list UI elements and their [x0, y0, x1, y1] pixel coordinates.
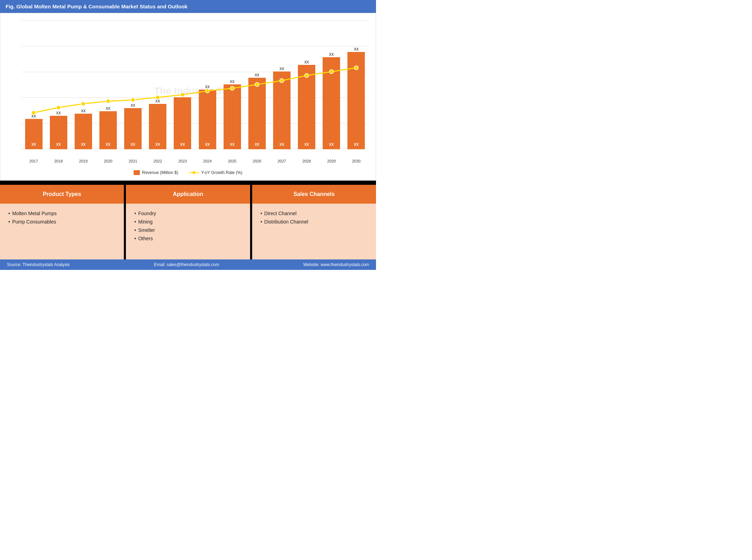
bar-group: XXXX [220, 20, 245, 149]
bottom-card-header: Sales Channels [252, 185, 376, 204]
footer-email: Email: sales@theindustrystats.com [154, 262, 219, 267]
bar: XX [224, 84, 241, 149]
bar-group: XXXX [21, 20, 46, 149]
bar-top-label: XX [81, 109, 85, 113]
bottom-card-header: Application [126, 185, 250, 204]
bar-mid-label: XX [156, 143, 160, 146]
bar-group: XXXX [145, 20, 170, 149]
bar-mid-label: XX [279, 143, 284, 146]
card-divider [251, 185, 251, 259]
bar: XX [75, 114, 92, 149]
bar-mid-label: XX [106, 143, 110, 146]
bar-mid-label: XX [255, 143, 259, 146]
bar: XX [99, 111, 117, 149]
bar-mid-label: XX [230, 143, 234, 146]
list-item: Direct Channel [261, 211, 368, 216]
card-divider [125, 185, 125, 259]
bar-top-label: XX [180, 93, 185, 97]
list-item: Others [134, 236, 241, 241]
bar-top-label: XX [106, 107, 110, 111]
footer: Source: Theindustrystats Analysis Email:… [0, 259, 376, 270]
x-axis-label: 2026 [245, 159, 269, 163]
footer-source: Source: Theindustrystats Analysis [7, 262, 70, 267]
bar-group: XXXX [71, 20, 96, 149]
bar: XX [298, 65, 315, 149]
x-axis-label: 2021 [121, 159, 145, 163]
x-axis-label: 2025 [220, 159, 245, 163]
bar-top-label: XX [279, 67, 284, 71]
bar-group: XXXX [294, 20, 319, 149]
x-axis-label: 2017 [21, 159, 46, 163]
x-axis: 2017201820192020202120222023202420252026… [21, 159, 369, 163]
bar-group: XXXX [96, 20, 120, 149]
list-item: Distribution Channel [261, 219, 368, 225]
bar: XX [25, 119, 43, 149]
bar: XX [273, 71, 291, 149]
legend-bar-icon [134, 170, 140, 175]
chart-area: The Industry Stats m a r k e t r e s e a… [7, 20, 369, 167]
x-axis-label: 2019 [71, 159, 96, 163]
bar-mid-label: XX [180, 143, 185, 146]
bottom-card: Product TypesMolten Metal PumpsPump Cons… [0, 185, 124, 259]
bar-group: XXXX [195, 20, 220, 149]
legend-item-revenue: Revenue (Million $) [134, 170, 178, 175]
bottom-section: Product TypesMolten Metal PumpsPump Cons… [0, 185, 376, 259]
bar-group: XXXX [245, 20, 269, 149]
legend-growth-label: Y-oY Growth Rate (%) [201, 170, 242, 175]
bar-top-label: XX [255, 73, 259, 77]
bar-group: XXXX [269, 20, 294, 149]
bar: XX [149, 104, 166, 149]
x-axis-label: 2029 [319, 159, 344, 163]
bar-top-label: XX [329, 53, 334, 56]
list-item: Foundry [134, 211, 241, 216]
black-divider [0, 181, 376, 185]
list-item: Smelter [134, 227, 241, 233]
x-axis-label: 2024 [195, 159, 220, 163]
bar-mid-label: XX [354, 143, 359, 146]
bar-top-label: XX [205, 85, 210, 89]
bar: XX [323, 57, 340, 149]
bottom-card-body: Direct ChannelDistribution Channel [252, 204, 376, 259]
x-axis-label: 2030 [344, 159, 369, 163]
x-axis-label: 2020 [96, 159, 120, 163]
legend: Revenue (Million $) Y-oY Growth Rate (%) [7, 167, 369, 177]
x-axis-label: 2022 [145, 159, 170, 163]
x-axis-label: 2028 [294, 159, 319, 163]
bottom-card: Sales ChannelsDirect ChannelDistribution… [252, 185, 376, 259]
bar: XX [50, 116, 67, 149]
bar-mid-label: XX [205, 143, 210, 146]
list-item: Mining [134, 219, 241, 225]
list-item: Pump Consumables [8, 219, 115, 225]
bar-mid-label: XX [56, 143, 61, 146]
bars-area: XXXXXXXXXXXXXXXXXXXXXXXXXXXXXXXXXXXXXXXX… [21, 20, 369, 149]
legend-revenue-label: Revenue (Million $) [142, 170, 178, 175]
footer-website: Website: www.theindustrystats.com [303, 262, 369, 267]
bar-top-label: XX [130, 104, 135, 107]
bar-group: XXXX [319, 20, 344, 149]
bar-mid-label: XX [329, 143, 334, 146]
bottom-card: ApplicationFoundryMiningSmelterOthers [126, 185, 250, 259]
legend-item-growth: Y-oY Growth Rate (%) [189, 170, 242, 175]
bar-top-label: XX [31, 114, 36, 118]
bar-top-label: XX [230, 80, 234, 84]
bar-group: XXXX [170, 20, 195, 149]
chart-container: The Industry Stats m a r k e t r e s e a… [0, 13, 376, 181]
chart-header: Fig. Global Molten Metal Pump & Consumab… [0, 0, 376, 13]
bar-group: XXXX [46, 20, 71, 149]
bar-mid-label: XX [130, 143, 135, 146]
bottom-card-header: Product Types [0, 185, 124, 204]
bar: XX [347, 52, 365, 149]
bar: XX [124, 108, 142, 149]
bar: XX [199, 90, 216, 149]
bottom-card-body: Molten Metal PumpsPump Consumables [0, 204, 124, 259]
bar: XX [248, 78, 266, 149]
bar-mid-label: XX [81, 143, 85, 146]
bar-top-label: XX [304, 60, 309, 64]
bottom-card-body: FoundryMiningSmelterOthers [126, 204, 250, 259]
bar-mid-label: XX [304, 143, 309, 146]
bar: XX [174, 97, 191, 149]
bar-top-label: XX [56, 111, 61, 115]
bar-group: XXXX [344, 20, 369, 149]
x-axis-label: 2018 [46, 159, 71, 163]
bar-top-label: XX [156, 99, 160, 103]
